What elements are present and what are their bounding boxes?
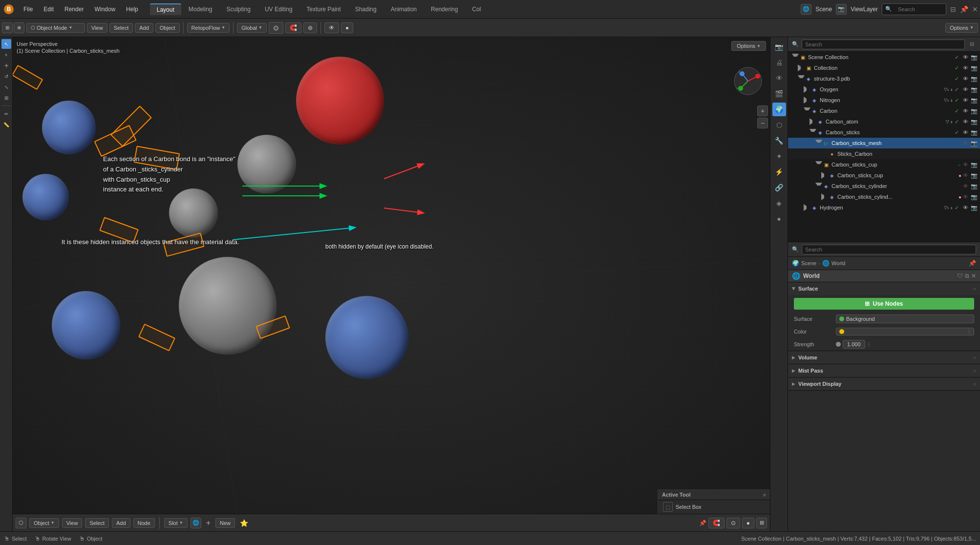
vp-add-menu[interactable]: Add <box>112 518 130 528</box>
vp-add-icon[interactable]: + <box>204 519 213 527</box>
mode-dropdown[interactable]: ⬡ Object Mode ▼ <box>26 23 85 33</box>
menu-render[interactable]: Render <box>60 4 88 15</box>
prop-modifier-icon[interactable]: 🔧 <box>772 134 786 147</box>
tool-scale[interactable]: ⤡ <box>1 82 11 92</box>
slot-dropdown[interactable]: Slot ▼ <box>164 518 188 528</box>
prop-physics-icon[interactable]: ⚡ <box>772 165 786 179</box>
prop-data-icon[interactable]: ◈ <box>772 196 786 210</box>
expand-carbon-atom[interactable] <box>810 118 816 125</box>
viewport-display-header[interactable]: ▶ Viewport Display ≡ <box>788 377 980 390</box>
check-icon-5[interactable]: ✓ <box>953 107 960 115</box>
vp-shading-icon[interactable]: ● <box>742 518 754 528</box>
prop-material-icon[interactable]: ● <box>772 212 786 226</box>
outliner-hydrogen[interactable]: ◈ Hydrogen ▽₅ ₂ ✓ 👁 📷 <box>788 202 980 213</box>
cam-icon-13[interactable]: 📷 <box>970 193 978 201</box>
expand-cylinder[interactable] <box>815 183 822 189</box>
expand-oxygen[interactable] <box>804 86 810 93</box>
prop-world-icon[interactable]: 🌍 <box>772 103 786 116</box>
viewport-zoom-out[interactable]: − <box>757 118 768 128</box>
menu-edit[interactable]: Edit <box>39 4 59 15</box>
cam-icon-5[interactable]: 📷 <box>970 107 978 115</box>
viewlayer-selector-icon[interactable]: 📷 <box>836 4 847 15</box>
use-nodes-button[interactable]: ⊞ Use Nodes <box>794 298 974 310</box>
check-icon-0[interactable]: ✓ <box>953 53 960 61</box>
global-dropdown[interactable]: Global ▼ <box>237 23 267 33</box>
outliner-sticks-carbon[interactable]: ● Sticks_Carbon <box>788 148 980 159</box>
options-button[interactable]: Options ▼ <box>945 23 978 33</box>
outliner-carbon-atom[interactable]: ◈ Carbon_atom ▽ ₂ ✓ 👁 📷 <box>788 116 980 127</box>
check-icon-2[interactable]: ✓ <box>953 75 960 83</box>
pin-scene-icon[interactable]: 📌 <box>960 5 968 13</box>
expand-collection[interactable] <box>798 64 805 71</box>
main-3d-viewport[interactable]: Each section of a Carbon bond is an "ins… <box>13 37 770 531</box>
eye-icon-4[interactable]: 👁 <box>961 96 969 104</box>
expand-carbon[interactable] <box>804 107 810 114</box>
snap-btn[interactable]: 🧲 <box>285 22 301 33</box>
tool-measure[interactable]: 📏 <box>1 120 11 129</box>
tool-cursor[interactable]: + <box>1 50 11 60</box>
eye-icon-1[interactable]: 👁 <box>961 64 969 72</box>
strength-field[interactable]: 1.000 <box>843 340 865 349</box>
toolbar-transform-icon[interactable]: ⊕ <box>14 22 24 33</box>
cam-icon-12[interactable]: 📷 <box>970 182 978 190</box>
transform-pivot[interactable]: ⊙ <box>269 22 283 34</box>
object-menu[interactable]: Object <box>155 23 180 33</box>
vp-mode-icon[interactable]: ⬡ <box>16 518 26 528</box>
pin-breadcrumb[interactable]: 📌 <box>969 260 976 267</box>
navigation-gizmo[interactable]: X Y Z <box>733 66 763 96</box>
vp-node-menu[interactable]: Node <box>133 518 155 528</box>
cam-icon-1[interactable]: 📷 <box>970 64 978 72</box>
scene-selector-icon[interactable]: 🌐 <box>801 4 811 15</box>
surface-section-header[interactable]: ▶ Surface ≡ <box>788 282 980 295</box>
check-icon-3[interactable]: ✓ <box>953 85 960 93</box>
mist-section-header[interactable]: ▶ Mist Pass ≡ <box>788 364 980 377</box>
viewport-zoom-in[interactable]: + <box>757 105 768 116</box>
outliner-carbon-sticks-cylind-child[interactable]: ◈ Carbon_sticks_cylind... ● 👁 📷 <box>788 191 980 202</box>
vd-more-icon[interactable]: ≡ <box>973 381 976 387</box>
viewport-shading[interactable]: ● <box>341 22 353 33</box>
vp-pin-icon[interactable]: 📌 <box>699 520 706 526</box>
expand-scene-collection[interactable] <box>792 54 799 61</box>
vp-world-icon[interactable]: 🌐 <box>191 518 201 528</box>
tool-annotate[interactable]: ✏ <box>1 109 11 119</box>
add-menu[interactable]: Add <box>135 23 153 33</box>
check-icon-4[interactable]: ✓ <box>953 96 960 104</box>
eye-icon-13[interactable]: 👁 <box>961 193 969 201</box>
outliner-nitrogen[interactable]: ◈ Nitrogen ▽₅ ₂ ✓ 👁 📷 <box>788 95 980 105</box>
menu-window[interactable]: Window <box>89 4 120 15</box>
prop-obj-icon[interactable]: ⬡ <box>772 118 786 132</box>
outliner-carbon-sticks-cup[interactable]: ◈ Carbon_sticks_cup ● 👁 📷 <box>788 170 980 181</box>
menu-file[interactable]: File <box>19 4 38 15</box>
expand-nitrogen[interactable] <box>804 97 810 104</box>
cam-icon-3[interactable]: 📷 <box>970 85 978 93</box>
properties-search-input[interactable] <box>802 245 976 254</box>
volume-more-icon[interactable]: ≡ <box>973 355 976 360</box>
expand-cylind-child[interactable] <box>821 193 828 200</box>
eye-icon-3[interactable]: 👁 <box>961 85 969 93</box>
outliner-scene-collection[interactable]: ▣ Scene Collection ✓ 👁 📷 <box>788 52 980 63</box>
eye-icon-12[interactable]: 👁 <box>961 182 969 190</box>
eye-icon-7[interactable]: 👁 <box>961 128 969 136</box>
eye-icon-0[interactable]: 👁 <box>961 53 969 61</box>
surface-field[interactable]: Background <box>836 314 974 323</box>
tab-layout[interactable]: Layout <box>150 3 181 15</box>
expand-hydrogen[interactable] <box>804 204 810 211</box>
prop-constraints-icon[interactable]: 🔗 <box>772 181 786 194</box>
expand-carbon-sticks-mesh[interactable] <box>815 140 822 147</box>
filter-icon[interactable]: ⊟ <box>950 5 956 13</box>
expand-structure[interactable] <box>798 75 805 82</box>
eye-icon-11[interactable]: 👁 <box>961 171 969 179</box>
new-button[interactable]: New <box>215 518 235 528</box>
prop-view-icon[interactable]: 👁 <box>772 71 786 85</box>
tool-rotate[interactable]: ↺ <box>1 71 11 81</box>
vp-object-dropdown[interactable]: Object ▼ <box>29 518 59 528</box>
tab-rendering[interactable]: Rendering <box>424 4 465 15</box>
outliner-search-input[interactable] <box>802 40 965 49</box>
expand-cup[interactable] <box>821 172 828 179</box>
close-scene-icon[interactable]: ✕ <box>972 5 978 13</box>
tool-move[interactable]: ✛ <box>1 61 11 70</box>
volume-section-header[interactable]: ▶ Volume ≡ <box>788 351 980 364</box>
retopo-dropdown[interactable]: RetopoFlow ▼ <box>187 23 230 33</box>
outliner-carbon-sticks[interactable]: ◈ Carbon_sticks ✓ 👁 📷 <box>788 127 980 138</box>
eye-icon-2[interactable]: 👁 <box>961 75 969 83</box>
